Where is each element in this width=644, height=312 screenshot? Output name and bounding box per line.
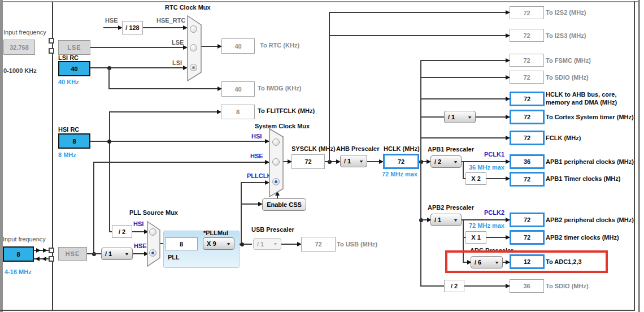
sysclk-title: SYSCLK (MHz) xyxy=(291,145,336,152)
apb1-timer-value: 72 xyxy=(524,176,530,183)
cortex-prescaler-select[interactable]: / 1▼ xyxy=(444,111,476,123)
caret-down-icon: ▼ xyxy=(467,115,472,119)
cortex-timer-value: 72 xyxy=(524,114,530,120)
lse-input-frequency-field[interactable]: 32.768 xyxy=(3,40,35,55)
pll-label: PLL xyxy=(168,254,180,261)
apb2-peripheral-label: APB2 peripheral clocks (MHz) xyxy=(546,216,634,223)
wire xyxy=(462,161,510,162)
to-sdio-value: 72 xyxy=(523,74,530,81)
pllmul-select[interactable]: X 9▼ xyxy=(203,237,234,250)
pclk1-max-note: 36 MHz max xyxy=(469,164,504,171)
wire xyxy=(462,219,510,220)
hse-prediv-value: / 1 xyxy=(105,250,112,257)
to-usb-value: 72 xyxy=(315,241,321,248)
enable-css-label: Enable CSS xyxy=(267,201,302,208)
frame-left xyxy=(0,0,3,312)
lse-label: LSE xyxy=(67,44,81,51)
apb1-prescaler-select[interactable]: / 2▼ xyxy=(430,155,462,168)
hse-rtc-net-label: HSE_RTC xyxy=(156,17,185,24)
hse-net-label: HSE xyxy=(250,153,263,159)
wire xyxy=(476,116,510,118)
apb1-prescaler-value: / 2 xyxy=(434,158,441,165)
hse-label: HSE xyxy=(66,250,80,257)
to-rtc-box: 40 xyxy=(221,38,255,54)
apb2-peripheral-value: 72 xyxy=(524,216,530,223)
hsi-value: 8 xyxy=(72,138,76,145)
to-flitfclk-box: 8 xyxy=(221,105,255,119)
wire xyxy=(420,98,510,99)
wire xyxy=(420,77,510,78)
to-iwdg-value: 40 xyxy=(234,86,241,93)
wire xyxy=(281,244,298,245)
pll-hsi-divider-value: / 2 xyxy=(119,228,125,235)
pin-port xyxy=(49,38,54,44)
pllmul-title: *PLLMul xyxy=(203,229,228,236)
cortex-prescaler-value: / 1 xyxy=(448,114,455,120)
wire xyxy=(94,162,269,163)
apb2-peripheral-box: 72 xyxy=(510,213,545,227)
sysmux-option-hse[interactable] xyxy=(272,158,280,166)
hse-input-frequency-field[interactable]: 8 xyxy=(3,246,34,262)
cortex-timer-box: 72 xyxy=(510,110,545,124)
arrowhead xyxy=(42,257,46,261)
lse-input-range-label: 0-1000 KHz xyxy=(3,67,37,74)
wire xyxy=(110,111,217,112)
to-rtc-label: To RTC (KHz) xyxy=(260,42,299,49)
apb2-timer-label: APB2 timer clocks (MHz) xyxy=(546,234,619,241)
pin-port xyxy=(49,248,54,253)
clock-configuration-canvas: Input frequency 32.768 0-1000 KHz LSE LS… xyxy=(0,0,644,312)
sysmux-option-hsi[interactable] xyxy=(272,138,280,146)
wire xyxy=(420,60,510,61)
arrowhead xyxy=(35,257,40,261)
ahb-prescaler-title: AHB Prescaler xyxy=(336,145,379,152)
to-rtc-value: 40 xyxy=(234,43,241,50)
apb1-prescaler-title: APB1 Prescaler xyxy=(428,146,474,153)
rtc-mux-option-lse[interactable] xyxy=(190,44,197,51)
caret-down-icon: ▼ xyxy=(359,159,364,163)
wire xyxy=(329,12,330,162)
caret-down-icon: ▼ xyxy=(273,242,278,246)
pll-input-box: 8 xyxy=(165,237,198,250)
enable-css-button[interactable]: Enable CSS xyxy=(262,198,306,211)
pllmux-option-hse[interactable] xyxy=(149,249,156,257)
junction-dot xyxy=(107,140,111,144)
usb-prescaler-select: / 1▼ xyxy=(253,238,281,250)
rtc-mux-option-hse-rtc[interactable] xyxy=(190,25,197,33)
to-sdio2-value: 36 xyxy=(523,283,530,289)
frame-bottom xyxy=(0,310,635,311)
sysmux-option-pllclk[interactable] xyxy=(272,178,280,185)
wire xyxy=(201,46,217,47)
sysclk-value: 72 xyxy=(304,158,311,165)
apb1-timer-multiplier-value: X 2 xyxy=(471,175,481,182)
rtc-mux-option-lsi[interactable] xyxy=(190,64,197,71)
to-sdio2-box: 36 xyxy=(510,279,544,293)
arrowhead xyxy=(36,248,41,253)
sdio-divider-box: / 2 xyxy=(444,280,464,292)
to-i2s3-label: To I2S3 (MHz) xyxy=(546,32,586,39)
to-i2s2-box: 72 xyxy=(510,6,544,19)
wire xyxy=(143,27,183,28)
usb-prescaler-value: / 1 xyxy=(257,241,264,248)
hse-prediv-select[interactable]: / 1▼ xyxy=(101,248,133,260)
pllmux-option-hsi[interactable] xyxy=(149,228,156,236)
pclk2-net-label: PCLK2 xyxy=(484,209,504,216)
pll-hsi-divider-box: / 2 xyxy=(112,225,132,238)
apb2-prescaler-select[interactable]: / 1▼ xyxy=(430,214,462,226)
apb2-timer-multiplier-value: X 1 xyxy=(471,234,481,241)
hse-source-block: HSE xyxy=(58,247,87,261)
hclk-ahb-value: 72 xyxy=(524,96,530,102)
lsi-source-block: 40 xyxy=(58,61,90,76)
to-sdio-label: To SDIO (MHz) xyxy=(546,74,589,81)
ahb-prescaler-select[interactable]: / 1▼ xyxy=(340,155,367,167)
hse-rtc-divider-box: / 128 xyxy=(122,21,143,34)
wire xyxy=(329,12,510,13)
pll-source-mux-shape xyxy=(146,220,162,268)
caret-down-icon: ▼ xyxy=(453,160,458,164)
hsi-net-label: HSI xyxy=(251,133,262,140)
pllclk-net-label: PLLCLK xyxy=(247,172,271,179)
to-i2s2-value: 72 xyxy=(523,10,530,16)
cortex-timer-label: To Cortex System timer (MHz) xyxy=(546,114,634,120)
to-fsmc-value: 72 xyxy=(523,57,530,64)
apb2-prescaler-title: APB2 Prescaler xyxy=(428,204,474,211)
to-fsmc-box: 72 xyxy=(510,54,544,67)
